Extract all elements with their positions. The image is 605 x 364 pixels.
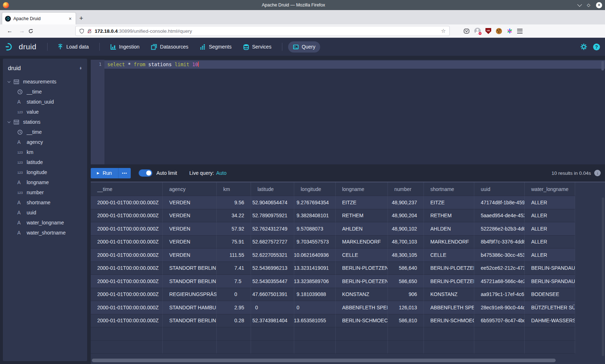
run-button[interactable]: ▶ Run	[91, 168, 118, 178]
cell-uuid[interactable]: 47174d8f-1b8e-4599-8a	[474, 196, 525, 209]
editor-code[interactable]: select * from stations limit 10	[104, 60, 605, 164]
cell-longitude[interactable]: 9.7034557573	[294, 236, 336, 249]
horizontal-scrollbar[interactable]	[91, 359, 605, 363]
tree-column-latitude[interactable]: 123latitude	[3, 157, 87, 167]
cell-agency[interactable]: STANDORT BERLIN	[163, 275, 217, 288]
cell-number[interactable]: 48,900,204	[388, 209, 424, 223]
tree-column-number[interactable]: 123number	[3, 187, 87, 197]
cell-longitude[interactable]: 9.3828408101	[294, 209, 336, 223]
cell-latitude[interactable]: 47.6607501391	[251, 288, 294, 301]
cell-water_longname[interactable]: BÜTZFLETHER SÜDERE	[525, 301, 575, 314]
vertical-scrollbar[interactable]	[602, 197, 604, 356]
download-icon[interactable]: ↓	[594, 170, 601, 176]
tree-column-water_longname[interactable]: Awater_longname	[3, 218, 87, 228]
cell-shortname[interactable]: RETHEM	[424, 209, 474, 223]
cell-km[interactable]: 34.22	[217, 209, 251, 223]
tree-column-uuid[interactable]: Auuid	[3, 208, 87, 218]
cell-agency[interactable]: VERDEN	[163, 222, 217, 236]
cell-longitude[interactable]: 0	[294, 301, 336, 314]
cell-longitude[interactable]: 9.2767694354	[294, 196, 336, 209]
ublock-shield-icon[interactable]: UO	[485, 28, 491, 34]
window-minimize-icon[interactable]	[577, 2, 582, 7]
cell-agency[interactable]: VERDEN	[163, 209, 217, 223]
cell-agency[interactable]: STANDORT BERLIN	[163, 262, 217, 275]
cell-water_longname[interactable]: BERLIN-SPANDAUER-S	[525, 262, 575, 275]
cell-km[interactable]: 9.56	[217, 196, 251, 209]
cell-uuid[interactable]: 8b4f9f7c-3376-4dd8-95c	[474, 236, 525, 249]
cell-agency[interactable]: STANDORT HAMBURG	[163, 301, 217, 314]
cell-__time[interactable]: 2000-01-01T00:00:00.000Z	[91, 196, 163, 209]
auto-limit-toggle[interactable]	[139, 169, 152, 177]
double-caret-icon[interactable]: ▲▼	[79, 67, 82, 70]
cell-number[interactable]: 48,300,105	[388, 249, 424, 262]
cell-latitude[interactable]: 52.7624312749	[251, 222, 294, 236]
cell-__time[interactable]: 2000-01-01T00:00:00.000Z	[91, 209, 163, 223]
editor-scrollbar[interactable]	[601, 61, 604, 70]
cell-longitude[interactable]: 13.3231419091	[294, 262, 336, 275]
cell-__time[interactable]: 2000-01-01T00:00:00.000Z	[91, 301, 163, 314]
window-maximize-icon[interactable]: ◇	[587, 3, 590, 7]
nav-item-datasources[interactable]: Datasources	[146, 41, 193, 53]
cell-longitude[interactable]: 13.653581055	[294, 314, 336, 328]
cell-uuid[interactable]: ee52ce62-212c-4735-b4	[474, 262, 525, 275]
cell-number[interactable]: 48,900,102	[388, 222, 424, 236]
window-close-icon[interactable]: ×	[596, 2, 602, 8]
cell-longname[interactable]: ABBENFLETH SPERRWER	[336, 301, 388, 314]
tree-column-__time[interactable]: __time	[3, 127, 87, 137]
cell-__time[interactable]: 2000-01-01T00:00:00.000Z	[91, 262, 163, 275]
cell-longname[interactable]: AHLDEN	[336, 222, 388, 236]
cell-__time[interactable]: 2000-01-01T00:00:00.000Z	[91, 288, 163, 301]
cell-longname[interactable]: BERLIN-PLOETZENSEE O	[336, 262, 388, 275]
cell-shortname[interactable]: EITZE	[424, 196, 474, 209]
cell-water_longname[interactable]: ALLER	[525, 209, 575, 223]
cell-shortname[interactable]: CELLE	[424, 249, 474, 262]
tree-column-value[interactable]: 123value	[3, 107, 87, 117]
nav-item-segments[interactable]: Segments	[195, 41, 236, 53]
tree-column-station_uuid[interactable]: Astation_uuid	[3, 97, 87, 107]
cell-latitude[interactable]: 52.7890975921	[251, 209, 294, 223]
tree-column-__time[interactable]: __time	[3, 87, 87, 97]
cell-__time[interactable]: 2000-01-01T00:00:00.000Z	[91, 275, 163, 288]
cell-latitude[interactable]: 52.6827572727	[251, 236, 294, 249]
cell-km[interactable]: 2.95	[217, 301, 251, 314]
tree-column-km[interactable]: 123km	[3, 147, 87, 157]
column-header-__time[interactable]: __time	[91, 182, 163, 196]
cell-number[interactable]: 586,640	[388, 262, 424, 275]
cell-km[interactable]: 75.91	[217, 236, 251, 249]
extension-pinwheel-icon[interactable]	[507, 28, 512, 34]
cell-longname[interactable]: BERLIN-PLOETZENSEE U	[336, 275, 388, 288]
cell-longname[interactable]: KONSTANZ	[336, 288, 388, 301]
cell-longitude[interactable]: 9.57088073	[294, 222, 336, 236]
column-header-agency[interactable]: agency	[163, 182, 217, 196]
bookmark-star-icon[interactable]: ☆	[441, 28, 446, 34]
nav-item-ingestion[interactable]: Ingestion	[106, 41, 144, 53]
schema-selector[interactable]: druid	[8, 65, 79, 72]
tab-close-icon[interactable]: ×	[68, 16, 73, 22]
column-header-km[interactable]: km	[217, 182, 251, 196]
cell-longname[interactable]: RETHEM	[336, 209, 388, 223]
cell-shortname[interactable]: BERLIN-PLOETZENSEE U	[424, 275, 474, 288]
cell-uuid[interactable]: 6b595707-8c47-4bc7-a8	[474, 314, 525, 328]
cell-km[interactable]: 7.5	[217, 275, 251, 288]
cell-shortname[interactable]: AHLDEN	[424, 222, 474, 236]
cell-longitude[interactable]: 13.3238589706	[294, 275, 336, 288]
cell-water_longname[interactable]: BERLIN-SPANDAUER-S	[525, 275, 575, 288]
cell-shortname[interactable]: MARKLENDORF	[424, 236, 474, 249]
cell-km[interactable]: 111.55	[217, 249, 251, 262]
cell-__time[interactable]: 2000-01-01T00:00:00.000Z	[91, 314, 163, 328]
cell-latitude[interactable]: 52.5430355447	[251, 275, 294, 288]
sql-editor[interactable]: 1 select * from stations limit 10	[91, 60, 605, 164]
cell-agency[interactable]: VERDEN	[163, 236, 217, 249]
cell-shortname[interactable]: BERLIN-SCHMOECKWITZ	[424, 314, 474, 328]
cell-longitude[interactable]: 9.181039088	[294, 288, 336, 301]
cell-number[interactable]: 906	[388, 288, 424, 301]
column-header-longname[interactable]: longname	[336, 182, 388, 196]
cell-uuid[interactable]: 45721a68-566c-4e2a-a6	[474, 275, 525, 288]
cell-longname[interactable]: BERLIN-SCHMOECKWITZ	[336, 314, 388, 328]
cell-km[interactable]: 0	[217, 288, 251, 301]
cell-agency[interactable]: STANDORT BERLIN	[163, 314, 217, 328]
cell-number[interactable]: 586,650	[388, 275, 424, 288]
profile-disabled-icon[interactable]: ✕	[474, 28, 481, 34]
cell-uuid[interactable]: 5aaed954-de4e-4528-8f	[474, 209, 525, 223]
tree-column-longname[interactable]: Alongname	[3, 177, 87, 187]
